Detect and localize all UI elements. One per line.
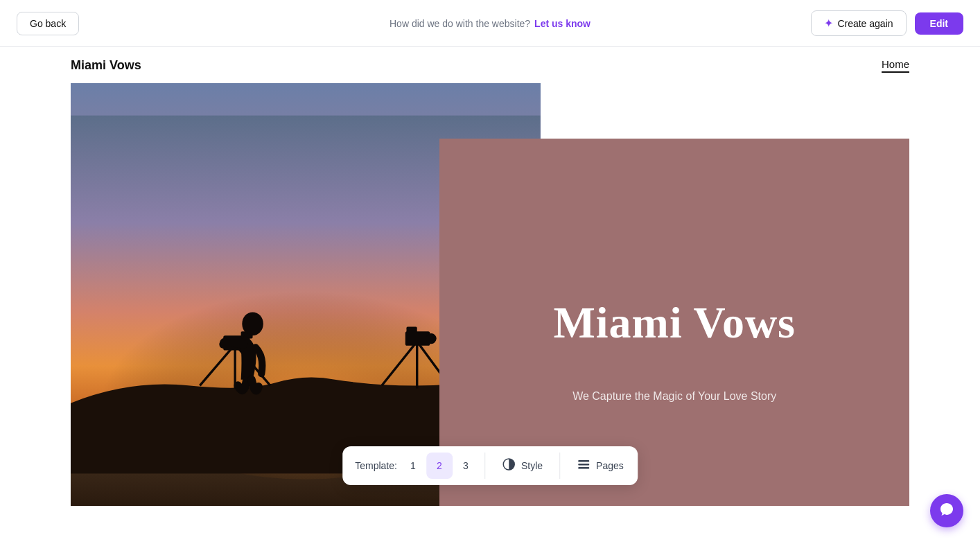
divider-2 (559, 453, 560, 479)
edit-button[interactable]: Edit (915, 12, 963, 35)
svg-point-13 (426, 333, 436, 344)
go-back-button[interactable]: Go back (17, 12, 79, 35)
divider-1 (484, 453, 485, 479)
sparkle-icon: ✦ (824, 17, 833, 30)
svg-rect-17 (578, 464, 589, 466)
style-label: Style (521, 460, 543, 471)
template-label: Template: (355, 460, 397, 471)
preview-title: Miami Vows (553, 297, 796, 349)
template-option-2[interactable]: 2 (426, 453, 453, 479)
nav-home-link[interactable]: Home (882, 58, 909, 73)
svg-rect-16 (578, 460, 589, 462)
feedback-text: How did we do with the website? (390, 18, 530, 29)
feedback-bar: How did we do with the website? Let us k… (390, 18, 590, 29)
bottom-toolbar: Template: 1 2 3 Style (342, 446, 638, 485)
template-option-1[interactable]: 1 (400, 453, 426, 479)
template-section: Template: 1 2 3 (342, 453, 482, 479)
svg-point-8 (242, 312, 263, 335)
svg-rect-18 (578, 467, 589, 469)
style-icon (502, 457, 516, 475)
chat-bubble-button[interactable] (930, 494, 963, 527)
create-again-label: Create again (837, 18, 893, 29)
pages-label: Pages (596, 460, 624, 471)
create-again-button[interactable]: ✦ Create again (811, 10, 906, 36)
header: Go back How did we do with the website? … (0, 0, 980, 47)
chat-icon (939, 502, 954, 520)
preview-tagline: We Capture the Magic of Your Love Story (572, 390, 776, 403)
style-button[interactable]: Style (488, 446, 557, 485)
sub-header: Miami Vows Home (0, 47, 980, 83)
site-name: Miami Vows (71, 58, 141, 73)
pages-button[interactable]: Pages (563, 446, 638, 485)
pages-icon (577, 457, 590, 475)
header-actions: ✦ Create again Edit (811, 10, 963, 36)
svg-rect-14 (406, 327, 417, 333)
preview-area: Miami Vows We Capture the Magic of Your … (71, 83, 909, 506)
template-option-3[interactable]: 3 (453, 453, 479, 479)
feedback-link[interactable]: Let us know (534, 18, 590, 29)
preview-card: Miami Vows We Capture the Magic of Your … (71, 83, 909, 506)
